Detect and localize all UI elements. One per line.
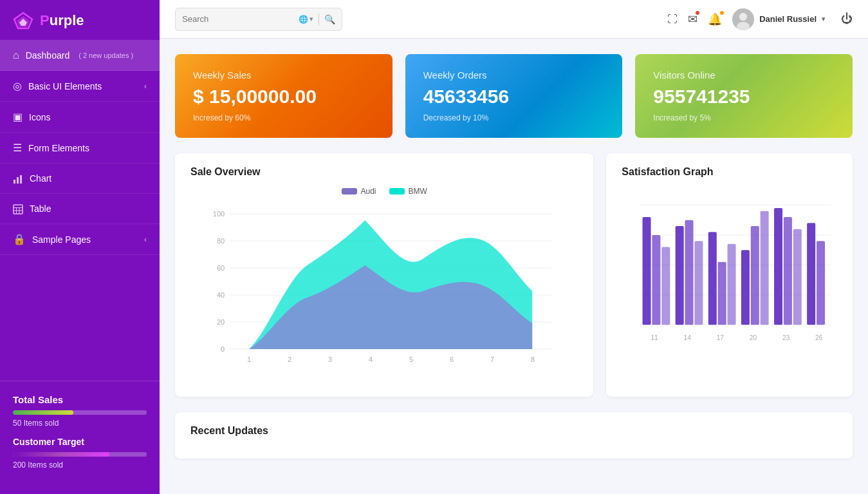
svg-rect-53	[793, 229, 802, 325]
stats-row: Weekly Sales $ 15,00000.00 Incresed by 6…	[175, 54, 853, 138]
svg-text:0: 0	[221, 345, 225, 353]
logo-area: Purple	[0, 0, 160, 41]
nav-label-basic-ui: Basic UI Elements	[28, 81, 102, 91]
basic-ui-icon: ◎	[13, 80, 22, 92]
svg-rect-50	[761, 211, 769, 325]
fullscreen-button[interactable]: ⛶	[667, 14, 678, 25]
svg-point-12	[739, 13, 747, 21]
svg-rect-3	[14, 180, 15, 184]
home-icon: ⌂	[13, 50, 19, 61]
user-menu[interactable]: Daniel Russiel ▾	[732, 8, 826, 30]
nav-label-form-elements: Form Elements	[28, 143, 89, 153]
svg-text:5: 5	[409, 356, 413, 363]
notification-button[interactable]: 🔔	[708, 12, 722, 26]
legend-bmw: BMW	[389, 187, 427, 196]
nav-label-dashboard: Dashboard	[26, 50, 70, 61]
stat-card-weekly-sales: Weekly Sales $ 15,00000.00 Incresed by 6…	[175, 54, 392, 138]
sidebar-item-dashboard[interactable]: ⌂ Dashboard ( 2 new updates )	[0, 41, 160, 71]
sale-overview-card: Sale Overview Audi BMW	[175, 153, 593, 397]
svg-rect-44	[695, 241, 703, 325]
customer-target-items-label: 200 Items sold	[13, 461, 147, 470]
sidebar-item-sample-pages[interactable]: 🔒 Sample Pages ‹	[0, 224, 160, 255]
svg-rect-5	[20, 175, 22, 184]
nav-badge-dashboard: ( 2 new updates )	[78, 52, 133, 59]
search-lang-selector[interactable]: 🌐 ▾	[299, 15, 313, 24]
total-sales-progress-fill	[13, 410, 73, 415]
nav-label-icons: Icons	[29, 112, 50, 122]
weekly-orders-value: 45633456	[423, 86, 605, 108]
sidebar-item-form-elements[interactable]: ☰ Form Elements	[0, 133, 160, 164]
sale-overview-chart: 100 80 60 40 20 0 1 2 3 4 5 6	[190, 201, 578, 381]
svg-rect-55	[817, 241, 825, 325]
sidebar-item-icons[interactable]: ▣ Icons	[0, 102, 160, 133]
logo-icon	[13, 12, 33, 30]
sale-overview-title: Sale Overview	[190, 166, 578, 178]
table-icon	[13, 203, 23, 214]
arrow-icon-sample-pages: ‹	[144, 235, 147, 244]
nav-label-table: Table	[30, 204, 51, 214]
weekly-sales-value: $ 15,00000.00	[193, 86, 374, 108]
recent-updates-title: Recent Updates	[190, 425, 837, 437]
weekly-sales-title: Weekly Sales	[193, 70, 374, 81]
svg-text:17: 17	[717, 334, 725, 341]
sidebar-item-table[interactable]: Table	[0, 194, 160, 224]
form-elements-icon: ☰	[13, 142, 22, 154]
logo-text: Purple	[40, 12, 84, 29]
svg-text:80: 80	[217, 237, 225, 245]
sidebar-navigation: ⌂ Dashboard ( 2 new updates ) ◎ Basic UI…	[0, 41, 160, 381]
svg-rect-41	[662, 247, 670, 325]
avatar	[732, 8, 754, 30]
total-sales-items-label: 50 Items sold	[13, 419, 147, 428]
mail-button[interactable]: ✉	[688, 12, 697, 26]
customer-target-label: Customer Target	[13, 437, 147, 447]
search-icon[interactable]: 🔍	[324, 14, 335, 24]
svg-rect-39	[643, 217, 651, 325]
sidebar-bottom-stats: Total Sales 50 Items sold Customer Targe…	[0, 381, 160, 494]
svg-text:23: 23	[782, 334, 790, 341]
svg-rect-6	[14, 205, 23, 214]
weekly-orders-title: Weekly Orders	[423, 70, 605, 81]
page-content: Weekly Sales $ 15,00000.00 Incresed by 6…	[160, 39, 868, 494]
svg-text:3: 3	[328, 356, 332, 363]
svg-rect-49	[751, 226, 759, 325]
svg-text:60: 60	[217, 264, 225, 272]
legend-audi-color	[342, 188, 357, 195]
visitors-online-value: 955741235	[653, 86, 835, 108]
svg-text:14: 14	[684, 334, 692, 341]
svg-rect-40	[652, 235, 661, 325]
power-button[interactable]: ⏻	[841, 12, 853, 26]
notification-badge	[719, 10, 725, 16]
svg-text:40: 40	[217, 291, 225, 299]
header-right: ⛶ ✉ 🔔 Daniel Russiel ▾	[667, 8, 853, 30]
nav-label-sample-pages: Sample Pages	[32, 234, 91, 245]
svg-rect-51	[774, 208, 782, 325]
svg-text:100: 100	[213, 210, 225, 218]
sample-pages-icon: 🔒	[13, 233, 26, 245]
stat-card-weekly-orders: Weekly Orders 45633456 Decreased by 10%	[405, 54, 623, 138]
header: 🌐 ▾ 🔍 ⛶ ✉ 🔔	[160, 0, 868, 39]
recent-updates-card: Recent Updates	[175, 412, 853, 459]
svg-text:20: 20	[217, 318, 225, 326]
legend-bmw-label: BMW	[409, 187, 427, 196]
sidebar-item-basic-ui[interactable]: ◎ Basic UI Elements ‹	[0, 71, 160, 102]
legend-audi-label: Audi	[361, 187, 376, 196]
stat-card-visitors-online: Visitors Online 955741235 Increased by 5…	[635, 54, 853, 138]
total-sales-progress-bar	[13, 410, 147, 415]
search-divider	[319, 14, 319, 25]
svg-text:11: 11	[651, 334, 659, 341]
mail-badge	[694, 10, 701, 16]
satisfaction-graph-chart: 11 14 17 20 23 26	[622, 187, 837, 367]
main-content: 🌐 ▾ 🔍 ⛶ ✉ 🔔	[160, 0, 868, 494]
icons-nav-icon: ▣	[13, 111, 23, 123]
sidebar-item-chart[interactable]: Chart	[0, 164, 160, 194]
svg-rect-4	[17, 177, 19, 184]
sale-overview-legend: Audi BMW	[190, 187, 578, 196]
weekly-orders-sub: Decreased by 10%	[423, 113, 605, 122]
customer-target-progress-fill	[13, 452, 109, 457]
svg-rect-42	[676, 226, 684, 325]
svg-text:2: 2	[288, 356, 291, 363]
search-input[interactable]	[182, 14, 299, 24]
legend-audi: Audi	[342, 187, 376, 196]
customer-target-progress-bar	[13, 452, 147, 457]
search-bar[interactable]: 🌐 ▾ 🔍	[175, 8, 342, 31]
